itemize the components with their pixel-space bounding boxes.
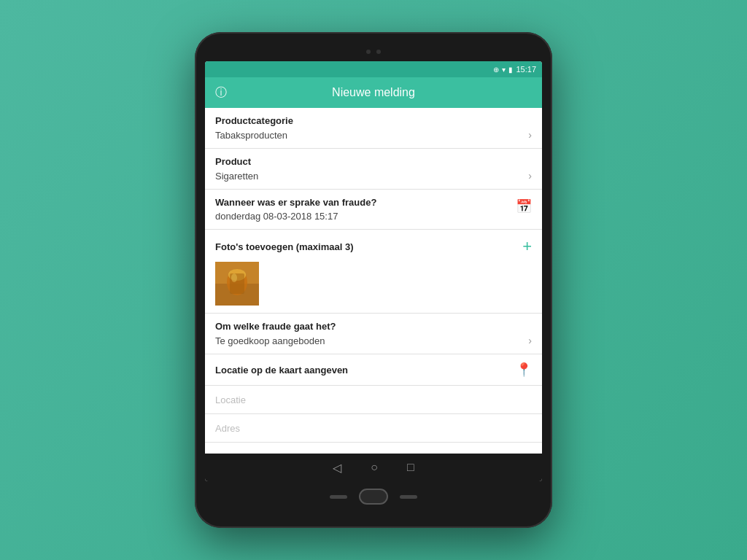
map-pin-icon[interactable]: 📍 xyxy=(516,362,532,378)
content-area[interactable]: Productcategorie Tabaksproducten › Produ… xyxy=(205,108,542,454)
product-label: Product xyxy=(215,156,532,167)
photo-section-header: Foto's toevoegen (maximaal 3) + xyxy=(215,237,532,256)
status-icons: ⊕ ▾ ▮ 15:17 xyxy=(493,65,536,74)
product-value[interactable]: Sigaretten › xyxy=(215,170,532,182)
status-bar: ⊕ ▾ ▮ 15:17 xyxy=(205,61,542,77)
productcategorie-section[interactable]: Productcategorie Tabaksproducten › xyxy=(205,108,542,149)
photo-label: Foto's toevoegen (maximaal 3) xyxy=(215,241,353,252)
postal-input-section[interactable]: Postcode, plaats xyxy=(205,443,542,454)
address-input-section[interactable]: Adres xyxy=(205,414,542,443)
fraud-label: Om welke fraude gaat het? xyxy=(215,321,532,332)
tablet-speaker xyxy=(376,50,381,54)
product-section[interactable]: Product Sigaretten › xyxy=(205,149,542,190)
app-header: ⓘ Nieuwe melding xyxy=(205,77,542,108)
date-section[interactable]: Wanneer was er sprake van fraude? donder… xyxy=(205,190,542,230)
bottom-pill-left xyxy=(330,495,347,499)
svg-point-5 xyxy=(231,273,237,282)
tablet-bottom-bar xyxy=(205,486,542,508)
home-button[interactable]: ○ xyxy=(371,461,378,474)
fraud-chevron: › xyxy=(528,335,532,346)
thumbnail-image xyxy=(215,262,259,306)
address-input[interactable]: Adres xyxy=(215,423,240,434)
tablet-device: ⊕ ▾ ▮ 15:17 ⓘ Nieuwe melding Productcate… xyxy=(195,32,552,528)
date-value: donderdag 08-03-2018 15:17 xyxy=(215,211,516,222)
date-content: Wanneer was er sprake van fraude? donder… xyxy=(215,197,516,222)
page-title: Nieuwe melding xyxy=(332,86,415,99)
bottom-pill-right xyxy=(400,495,417,499)
fraud-value[interactable]: Te goedkoop aangeboden › xyxy=(215,335,532,346)
battery-icon: ▮ xyxy=(508,66,513,74)
calendar-icon[interactable]: 📅 xyxy=(516,198,532,214)
add-photo-button[interactable]: + xyxy=(522,237,532,256)
status-time: 15:17 xyxy=(516,65,536,74)
info-icon[interactable]: ⓘ xyxy=(215,85,227,101)
physical-home-button[interactable] xyxy=(359,489,388,505)
tablet-camera xyxy=(366,50,371,54)
productcategorie-value[interactable]: Tabaksproducten › xyxy=(215,129,532,141)
tablet-top-bar xyxy=(205,45,542,58)
rotate-icon: ⊕ xyxy=(493,66,499,74)
android-nav-bar: ◁ ○ □ xyxy=(205,454,542,481)
photo-section: Foto's toevoegen (maximaal 3) + xyxy=(205,230,542,314)
date-label: Wanneer was er sprake van fraude? xyxy=(215,197,516,208)
recent-button[interactable]: □ xyxy=(407,461,414,474)
back-button[interactable]: ◁ xyxy=(333,461,341,475)
tablet-screen: ⊕ ▾ ▮ 15:17 ⓘ Nieuwe melding Productcate… xyxy=(205,61,542,481)
product-chevron: › xyxy=(528,170,532,182)
fraud-section[interactable]: Om welke fraude gaat het? Te goedkoop aa… xyxy=(205,314,542,354)
location-input[interactable]: Locatie xyxy=(215,394,246,405)
location-map-section[interactable]: Locatie op de kaart aangeven 📍 xyxy=(205,354,542,386)
location-input-section[interactable]: Locatie xyxy=(205,386,542,414)
photo-thumbnail[interactable] xyxy=(215,262,259,306)
location-map-label: Locatie op de kaart aangeven xyxy=(215,365,348,376)
productcategorie-label: Productcategorie xyxy=(215,115,532,126)
wifi-icon: ▾ xyxy=(502,66,506,74)
productcategorie-chevron: › xyxy=(528,129,532,141)
